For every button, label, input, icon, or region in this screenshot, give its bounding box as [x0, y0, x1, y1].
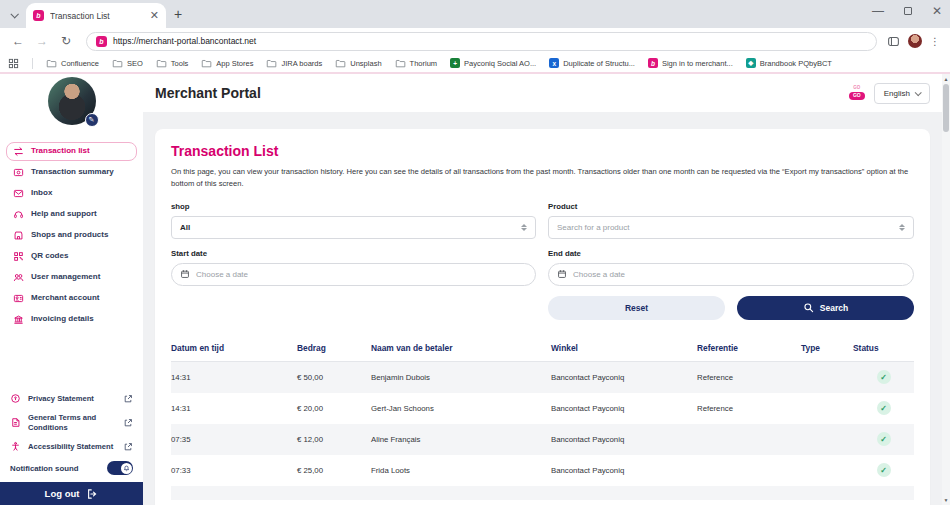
bookmark-duplicate-structure[interactable]: xDuplicate of Structu... [549, 58, 635, 68]
divider [32, 58, 33, 69]
table-header-row: Datum en tijd Bedrag Naam van de betaler… [171, 336, 914, 362]
bookmark-app-stores[interactable]: App Stores [201, 58, 253, 69]
end-date-picker[interactable]: Choose a date [548, 263, 914, 286]
apps-grid-icon[interactable] [8, 58, 19, 69]
store-icon [13, 230, 24, 241]
external-link-icon [123, 442, 133, 452]
end-date-placeholder: Choose a date [573, 270, 905, 279]
shop-select[interactable]: All [171, 216, 536, 239]
reload-button[interactable]: ↻ [56, 34, 76, 48]
sidebar-item-merchant-account[interactable]: Merchant account [6, 289, 137, 308]
forward-button[interactable]: → [32, 34, 52, 48]
start-date-picker[interactable]: Choose a date [171, 263, 536, 286]
window-close-button[interactable]: ✕ [932, 4, 942, 18]
sidebar-item-transaction-summary[interactable]: Transaction summary [6, 163, 137, 182]
table-row[interactable]: 07:35 € 12,00 Aline Français Bancontact … [171, 424, 914, 455]
cell-reference: Reference [697, 404, 801, 413]
col-shop: Winkel [551, 343, 697, 353]
tab-title: Transaction List [50, 11, 144, 21]
legal-link-label: Privacy Statement [28, 394, 116, 403]
folder-icon [266, 58, 277, 69]
logout-icon [86, 488, 98, 500]
window-minimize-button[interactable]: — [872, 4, 884, 18]
product-search-input[interactable] [557, 223, 893, 232]
table-row[interactable]: 14:31 € 20,00 Gert-Jan Schoons Bancontac… [171, 393, 914, 424]
user-avatar[interactable]: ✎ [48, 77, 96, 125]
envelope-icon [13, 188, 24, 199]
sidebar-item-help-support[interactable]: Help and support [6, 205, 137, 224]
table-row[interactable]: 14:31 € 50,00 Benjamin Dubois Bancontact… [171, 362, 914, 393]
folder-icon [112, 58, 123, 69]
logout-button[interactable]: Log out [0, 482, 143, 505]
scroll-down-icon[interactable]: ▼ [944, 495, 949, 505]
bookmark-sign-in-merchant[interactable]: bSign in to merchant... [648, 58, 733, 68]
privacy-icon [10, 393, 21, 404]
bookmark-thorium[interactable]: Thorium [395, 58, 438, 69]
end-date-label: End date [548, 249, 914, 258]
sidebar-item-invoicing-details[interactable]: Invoicing details [6, 310, 137, 329]
status-success-icon: ✓ [877, 401, 891, 415]
bookmark-unsplash[interactable]: Unsplash [335, 58, 381, 69]
address-bar[interactable]: b https://merchant-portal.bancontact.net [86, 32, 877, 51]
chevron-down-icon [10, 10, 18, 18]
product-field: Product [548, 202, 914, 239]
bookmark-tools[interactable]: Tools [156, 58, 189, 69]
back-button[interactable]: ← [8, 34, 28, 48]
tab-search-button[interactable] [5, 6, 23, 24]
side-panel-icon[interactable] [887, 35, 900, 48]
bookmark-seo[interactable]: SEO [112, 58, 143, 69]
folder-icon [46, 58, 57, 69]
bookmark-jira-boards[interactable]: JIRA boards [266, 58, 322, 69]
link-privacy-statement[interactable]: Privacy Statement [6, 393, 137, 404]
search-icon [803, 302, 814, 313]
cell-amount: € 20,00 [297, 404, 371, 413]
external-link-icon [123, 418, 133, 428]
tab-close-icon[interactable]: ✕ [150, 10, 159, 21]
sidebar-item-user-management[interactable]: User management [6, 268, 137, 287]
bookmark-brandbook[interactable]: ◆Brandbook PQbyBCT [746, 58, 832, 68]
browser-menu-icon[interactable]: ⋮ [930, 36, 940, 47]
folder-icon [395, 58, 406, 69]
edit-avatar-button[interactable]: ✎ [85, 113, 99, 127]
cell-time: 07:35 [171, 435, 297, 444]
browser-tab[interactable]: b Transaction List ✕ [26, 3, 166, 28]
bookmark-label: Unsplash [350, 59, 381, 68]
browser-toolbar: ← → ↻ b https://merchant-portal.banconta… [0, 28, 950, 54]
cell-time: 14:31 [171, 404, 297, 413]
main-content: Merchant Portal GO GO English Transactio… [143, 74, 942, 505]
bookmark-payconiq-social[interactable]: +Payconiq Social AO... [450, 58, 536, 68]
col-amount: Bedrag [297, 343, 371, 353]
language-selector[interactable]: English [874, 83, 930, 104]
sidebar-item-shops-products[interactable]: Shops and products [6, 226, 137, 245]
transactions-table: Datum en tijd Bedrag Naam van de betaler… [171, 336, 914, 500]
cell-time: 07:33 [171, 466, 297, 475]
cell-shop: Bancontact Payconiq [551, 373, 697, 382]
window-maximize-button[interactable] [904, 7, 912, 15]
table-row[interactable]: 07:33 € 25,00 Frida Loots Bancontact Pay… [171, 455, 914, 486]
sidebar-item-label: Help and support [31, 210, 97, 219]
scrollbar-thumb[interactable] [943, 84, 949, 132]
sidebar-item-qr-codes[interactable]: QR codes [6, 247, 137, 266]
link-general-terms[interactable]: General Terms and Conditions [6, 413, 137, 432]
bookmark-label: JIRA boards [281, 59, 322, 68]
cell-payer: Aline Français [371, 435, 551, 444]
document-icon [10, 417, 21, 428]
folder-icon [201, 58, 212, 69]
status-success-icon: ✓ [877, 432, 891, 446]
sidebar-item-transaction-list[interactable]: Transaction list [6, 142, 137, 161]
table-row-partial [171, 486, 914, 500]
scroll-up-icon[interactable]: ▲ [944, 74, 949, 84]
reset-button[interactable]: Reset [548, 296, 725, 320]
sidebar-item-inbox[interactable]: Inbox [6, 184, 137, 203]
sidebar-item-label: Shops and products [31, 231, 108, 240]
new-tab-button[interactable]: + [174, 6, 182, 22]
link-accessibility-statement[interactable]: Accessibility Statement [6, 441, 137, 452]
notification-sound-toggle[interactable] [107, 461, 133, 475]
sidebar-item-label: Transaction list [31, 147, 90, 156]
sidebar-nav: Transaction list Transaction summary Inb… [0, 136, 143, 329]
page-scrollbar[interactable]: ▲ ▼ [942, 74, 950, 505]
bookmark-confluence[interactable]: Confluence [46, 58, 99, 69]
search-button[interactable]: Search [737, 296, 914, 320]
cell-shop: Bancontact Payconiq [551, 466, 697, 475]
browser-profile-avatar[interactable] [908, 34, 922, 48]
